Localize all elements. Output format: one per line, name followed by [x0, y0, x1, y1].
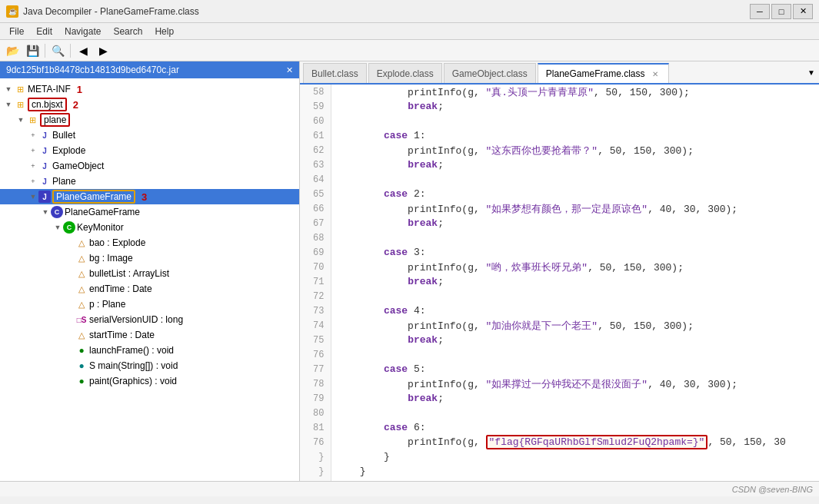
code-line-83: } } — [300, 449, 819, 464]
tree-toggle[interactable]: ▼ — [3, 84, 14, 94]
tree-spacer-bao — [65, 237, 75, 248]
tree-item-cn-bjsxt[interactable]: ▼ ⊞ cn.bjsxt 2 — [0, 97, 299, 112]
status-bar: CSDN @seven-BING — [0, 481, 819, 496]
tree-item-plane-class[interactable]: + J Plane — [0, 174, 299, 189]
tree-label-km: KeyMonitor — [77, 222, 124, 233]
static-method-icon-main: ● — [75, 360, 88, 372]
code-line-60: 60 — [300, 114, 819, 128]
tree-item-plane-pkg[interactable]: ▼ ⊞ plane — [0, 112, 299, 128]
line-code: printInfo(g, "如果撑过一分钟我还不是很没面子", 40, 30, … — [331, 376, 819, 391]
tab-bullet[interactable]: Bullet.class — [303, 63, 367, 83]
tree-item-keymonitor[interactable]: ▼ C KeyMonitor — [0, 220, 299, 235]
field-icon-st: △ — [75, 329, 88, 341]
tree-container[interactable]: ▼ ⊞ META-INF 1 ▼ ⊞ cn.bjsxt 2 ▼ ⊞ plane — [0, 78, 299, 481]
tree-toggle-explode[interactable]: + — [28, 145, 38, 156]
menu-navigate[interactable]: Navigate — [58, 25, 107, 38]
search-button[interactable]: 🔍 — [48, 42, 67, 59]
tree-spacer-st — [65, 330, 75, 340]
tree-item-pgf-class[interactable]: ▼ C PlaneGameFrame — [0, 204, 299, 220]
package-icon-bjsxt: ⊞ — [14, 98, 26, 111]
tree-label-svuid: serialVersionUID : long — [89, 314, 183, 325]
minimize-button[interactable]: ─ — [750, 4, 770, 19]
tree-item-planegameframe-file[interactable]: ▼ J PlaneGameFrame 3 — [0, 189, 299, 204]
line-num: 81 — [300, 420, 331, 435]
open-button[interactable]: 📂 — [3, 42, 22, 59]
menu-edit[interactable]: Edit — [30, 25, 58, 38]
tree-item-gameobject[interactable]: + J GameObject — [0, 158, 299, 174]
tree-label-bullet: Bullet — [52, 130, 75, 141]
close-button[interactable]: ✕ — [793, 4, 813, 19]
menu-file[interactable]: File — [3, 25, 30, 38]
save-button[interactable]: 💾 — [23, 42, 42, 59]
tree-item-p[interactable]: △ p : Plane — [0, 297, 299, 312]
jar-tab[interactable]: 9dc125bf1b84478cb14813d9bed6470c.jar ✕ — [0, 61, 299, 78]
field-icon-bg: △ — [75, 252, 88, 264]
tab-gameobject[interactable]: GameObject.class — [444, 63, 536, 83]
tree-item-paint[interactable]: ● paint(Graphics) : void — [0, 373, 299, 389]
line-code: } — [331, 464, 819, 479]
code-line-68: 68 — [300, 230, 819, 245]
tree-item-bao[interactable]: △ bao : Explode — [0, 235, 299, 250]
tree-item-bulletlist[interactable]: △ bulletList : ArrayList — [0, 266, 299, 281]
line-num: 78 — [300, 376, 331, 391]
jar-tab-close[interactable]: ✕ — [286, 65, 293, 75]
tree-item-bullet[interactable]: + J Bullet — [0, 128, 299, 143]
tree-label-et: endTime : Date — [89, 284, 152, 294]
tree-label-main: S main(String[]) : void — [89, 360, 178, 371]
line-num: 63 — [300, 158, 331, 172]
file-tabs-bar: Bullet.class Explode.class GameObject.cl… — [300, 61, 819, 85]
code-line-70: 70 printInfo(g, "哟，炊事班长呀兄弟", 50, 150, 30… — [300, 260, 819, 274]
code-line-flag: 76 printInfo(g, "flag{RGFqaURhbGlfSmlud2… — [300, 435, 819, 449]
left-panel: 9dc125bf1b84478cb14813d9bed6470c.jar ✕ ▼… — [0, 61, 300, 481]
line-num: } — [300, 449, 331, 464]
tree-item-explode[interactable]: + J Explode — [0, 143, 299, 158]
class-icon-plane: J — [38, 175, 51, 187]
line-num: 77 — [300, 362, 331, 376]
line-code — [331, 114, 819, 128]
tree-label-plane: plane — [40, 113, 70, 127]
code-line-79: 79 break; — [300, 391, 819, 406]
tree-toggle-plane[interactable]: ▼ — [15, 114, 26, 125]
tree-item-svuid[interactable]: □S serialVersionUID : long — [0, 312, 299, 327]
menu-bar: File Edit Navigate Search Help — [0, 23, 819, 40]
tab-dropdown-button[interactable]: ▼ — [804, 61, 819, 83]
code-line-76: 76 — [300, 347, 819, 362]
tree-toggle-bullet[interactable]: + — [28, 130, 38, 141]
tree-item-endtime[interactable]: △ endTime : Date — [0, 281, 299, 297]
forward-button[interactable]: ▶ — [94, 42, 112, 59]
static-field-icon-svuid: □S — [75, 313, 88, 326]
tree-item-meta-inf[interactable]: ▼ ⊞ META-INF 1 — [0, 81, 299, 97]
code-line-78: 78 printInfo(g, "如果撑过一分钟我还不是很没面子", 40, 3… — [300, 376, 819, 391]
tree-item-starttime[interactable]: △ startTime : Date — [0, 327, 299, 343]
code-area[interactable]: 58 printInfo(g, "真.头顶一片青青草原", 50, 150, 3… — [300, 85, 819, 481]
code-line-81: 81 case 6: — [300, 420, 819, 435]
line-code: case 2: — [331, 187, 819, 201]
menu-help[interactable]: Help — [148, 25, 180, 38]
tree-toggle-pgf-class[interactable]: ▼ — [40, 207, 51, 217]
line-code: case 3: — [331, 245, 819, 260]
line-num — [300, 479, 331, 481]
tree-toggle-plane-class[interactable]: + — [28, 176, 38, 187]
tree-item-main[interactable]: ● S main(String[]) : void — [0, 358, 299, 373]
maximize-button[interactable]: □ — [771, 4, 791, 19]
line-code — [331, 230, 819, 245]
tree-toggle-km[interactable]: ▼ — [52, 222, 63, 233]
line-num: 71 — [300, 274, 331, 289]
tab-close-planegameframe[interactable]: ✕ — [650, 69, 661, 79]
tab-planegameframe[interactable]: PlaneGameFrame.class ✕ — [538, 63, 669, 83]
tree-item-bg[interactable]: △ bg : Image — [0, 250, 299, 266]
line-code: break; — [331, 274, 819, 289]
line-num: 65 — [300, 187, 331, 201]
code-line-72: 72 — [300, 289, 819, 303]
tree-toggle-bjsxt[interactable]: ▼ — [3, 99, 14, 110]
tree-toggle-gameobject[interactable]: + — [28, 161, 38, 171]
tree-item-launchframe[interactable]: ● launchFrame() : void — [0, 343, 299, 358]
tree-toggle-pgf[interactable]: ▼ — [28, 191, 38, 202]
menu-search[interactable]: Search — [107, 25, 148, 38]
tree-label-gameobject: GameObject — [52, 161, 104, 171]
code-line-65: 65 case 2: — [300, 187, 819, 201]
back-button[interactable]: ◀ — [74, 42, 92, 59]
line-num: 73 — [300, 303, 331, 318]
watermark-text: CSDN @seven-BING — [732, 485, 813, 494]
tab-explode[interactable]: Explode.class — [368, 63, 442, 83]
